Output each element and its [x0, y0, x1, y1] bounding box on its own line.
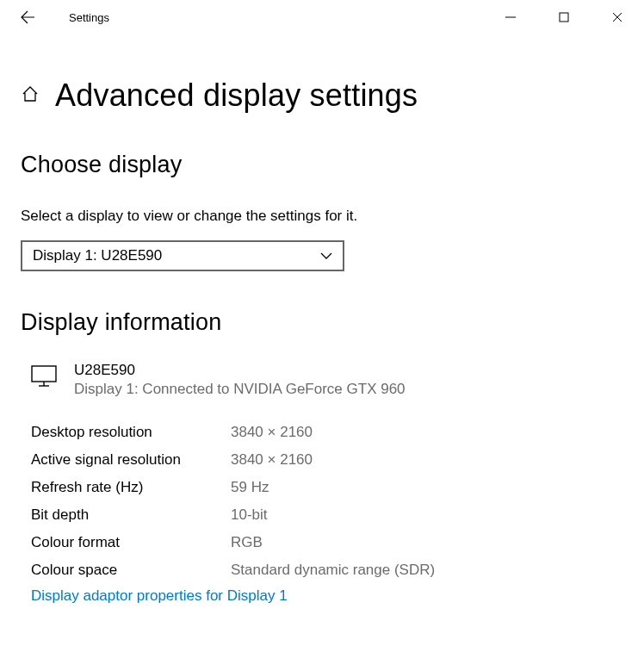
info-row-desktop-resolution: Desktop resolution 3840 × 2160 — [31, 419, 623, 446]
info-row-colour-space: Colour space Standard dynamic range (SDR… — [31, 556, 623, 584]
display-connection: Display 1: Connected to NVIDIA GeForce G… — [74, 381, 406, 398]
page-heading: Advanced display settings — [55, 78, 418, 114]
close-icon — [612, 12, 622, 22]
info-row-active-signal-resolution: Active signal resolution 3840 × 2160 — [31, 446, 623, 474]
info-label: Colour format — [31, 534, 231, 551]
info-label: Desktop resolution — [31, 424, 231, 441]
chevron-down-icon — [320, 252, 332, 259]
info-label: Bit depth — [31, 506, 231, 524]
info-label: Active signal resolution — [31, 451, 231, 469]
info-row-refresh-rate: Refresh rate (Hz) 59 Hz — [31, 474, 623, 501]
info-value: 3840 × 2160 — [231, 451, 313, 469]
display-information-heading: Display information — [21, 309, 623, 336]
info-row-colour-format: Colour format RGB — [31, 529, 623, 556]
info-value: 3840 × 2160 — [231, 424, 313, 441]
window-title: Settings — [69, 11, 109, 24]
info-value: 59 Hz — [231, 479, 269, 496]
minimize-button[interactable] — [484, 0, 537, 34]
svg-rect-1 — [560, 13, 568, 22]
display-info-table: Desktop resolution 3840 × 2160 Active si… — [31, 419, 623, 584]
choose-display-subtext: Select a display to view or change the s… — [21, 208, 623, 225]
info-value: 10-bit — [231, 506, 268, 524]
svg-rect-2 — [32, 366, 56, 382]
display-select-dropdown[interactable]: Display 1: U28E590 — [21, 240, 344, 271]
close-button[interactable] — [591, 0, 644, 34]
info-label: Colour space — [31, 562, 231, 579]
info-value: Standard dynamic range (SDR) — [231, 562, 435, 579]
home-button[interactable] — [21, 84, 40, 107]
adaptor-properties-link[interactable]: Display adaptor properties for Display 1 — [31, 587, 288, 605]
info-label: Refresh rate (Hz) — [31, 479, 231, 496]
back-arrow-icon — [20, 9, 35, 25]
info-row-bit-depth: Bit depth 10-bit — [31, 501, 623, 529]
home-icon — [21, 84, 40, 103]
monitor-icon — [31, 365, 57, 391]
maximize-button[interactable] — [537, 0, 591, 34]
choose-display-heading: Choose display — [21, 152, 623, 178]
info-value: RGB — [231, 534, 263, 551]
display-name: U28E590 — [74, 362, 406, 379]
minimize-icon — [505, 12, 516, 22]
maximize-icon — [559, 12, 569, 22]
dropdown-selected-text: Display 1: U28E590 — [33, 247, 162, 264]
back-button[interactable] — [10, 0, 45, 34]
